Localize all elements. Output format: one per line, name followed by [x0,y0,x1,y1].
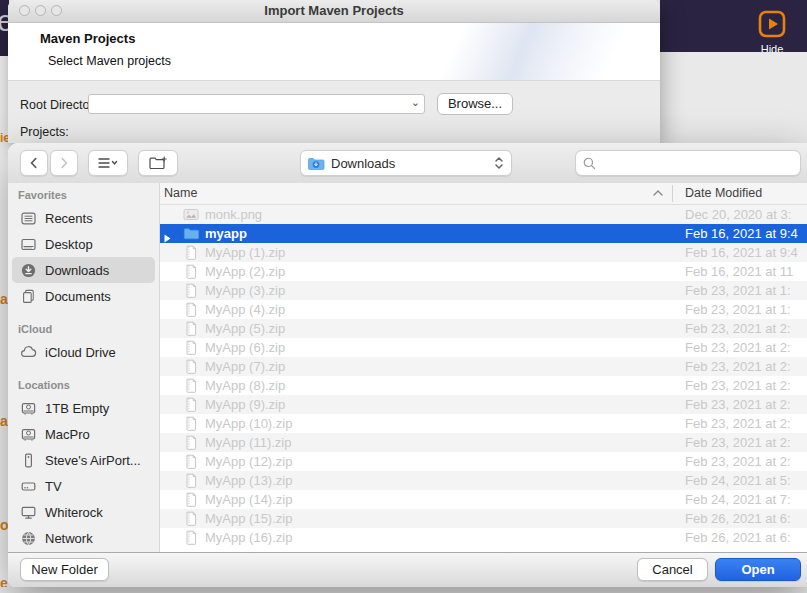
file-name: MyApp (14).zip [205,490,292,509]
file-date-modified: Feb 16, 2021 at 9:4 [685,224,807,243]
file-row-myapp[interactable]: myappFeb 16, 2021 at 9:4 [160,224,807,243]
file-date-modified: Feb 16, 2021 at 11 [685,262,807,281]
file-name: MyApp (10).zip [205,414,292,433]
file-name: myapp [205,224,247,243]
file-row-myapp-15-zip[interactable]: MyApp (15).zipFeb 26, 2021 at 6: [160,509,807,528]
disclosure-triangle-icon[interactable] [163,229,172,238]
sidebar-section-title: Locations [18,379,159,391]
open-button[interactable]: Open [715,558,801,581]
sidebar-item-icloud-drive[interactable]: iCloud Drive [12,339,155,365]
background-text-fragment: a [0,292,8,306]
new-folder-toolbar-button[interactable] [138,150,178,176]
zip-icon [183,359,199,374]
folder-icon [183,226,199,241]
sidebar-item-label: Documents [45,289,111,304]
hide-control[interactable]: Hide [749,10,795,55]
file-row-myapp-11-zip[interactable]: MyApp (11).zipFeb 23, 2021 at 2: [160,433,807,452]
file-row-myapp-14-zip[interactable]: MyApp (14).zipFeb 24, 2021 at 7: [160,490,807,509]
sidebar-item-macpro[interactable]: MacPro [12,421,155,447]
dialog-title: Import Maven Projects [8,0,660,22]
file-row-myapp-3-zip[interactable]: MyApp (3).zipFeb 23, 2021 at 1: [160,281,807,300]
sidebar-section-title: Favorites [18,189,159,201]
sidebar-item-1tb-empty[interactable]: 1TB Empty [12,395,155,421]
file-row-myapp-13-zip[interactable]: MyApp (13).zipFeb 24, 2021 at 5: [160,471,807,490]
picker-bottom-bar: New Folder Cancel Open [8,552,807,587]
background-app-dark-band: Hide [660,0,807,52]
zip-icon [183,416,199,431]
column-header-date-modified[interactable]: Date Modified [685,186,762,200]
sidebar-item-label: 1TB Empty [45,401,109,416]
background-bottom-sliver [0,587,807,593]
zip-icon [183,397,199,412]
sidebar-item-label: Whiterock [45,505,103,520]
file-date-modified: Feb 26, 2021 at 6: [685,528,807,547]
image-icon [183,207,199,222]
cancel-button[interactable]: Cancel [637,558,708,581]
file-open-dialog: Downloads FavoritesRecentsDesktopDownloa… [8,143,807,587]
sidebar-item-downloads[interactable]: Downloads [12,257,155,283]
file-row-myapp-9-zip[interactable]: MyApp (9).zipFeb 23, 2021 at 2: [160,395,807,414]
wizard-heading: Maven Projects [40,31,135,46]
file-row-myapp-4-zip[interactable]: MyApp (4).zipFeb 23, 2021 at 1: [160,300,807,319]
file-date-modified: Feb 24, 2021 at 7: [685,490,807,509]
column-header-name[interactable]: Name [164,186,197,200]
new-folder-button[interactable]: New Folder [20,558,109,581]
sidebar-item-whiterock[interactable]: Whiterock [12,499,155,525]
file-row-myapp-16-zip[interactable]: MyApp (16).zipFeb 26, 2021 at 6: [160,528,807,547]
zip-icon [183,511,199,526]
browse-button[interactable]: Browse... [437,93,513,115]
sort-ascending-icon [652,188,664,198]
sidebar-item-label: iCloud Drive [45,345,116,360]
root-directory-combobox[interactable]: ⌄ [88,94,425,114]
file-date-modified: Feb 23, 2021 at 2: [685,338,807,357]
file-row-myapp-12-zip[interactable]: MyApp (12).zipFeb 23, 2021 at 2: [160,452,807,471]
back-button[interactable] [20,150,48,176]
search-icon [582,156,597,171]
file-row-myapp-6-zip[interactable]: MyApp (6).zipFeb 23, 2021 at 2: [160,338,807,357]
sidebar-item-label: TV [45,479,62,494]
file-name: MyApp (4).zip [205,300,285,319]
column-divider[interactable] [672,185,673,202]
sidebar-item-network[interactable]: Network [12,525,155,551]
sidebar-item-steve-s-airport[interactable]: Steve's AirPort... [12,447,155,473]
zip-icon [183,302,199,317]
sidebar-item-label: Recents [45,211,93,226]
sidebar-item-label: MacPro [45,427,90,442]
location-dropdown[interactable]: Downloads [300,150,512,176]
search-input[interactable] [601,155,794,172]
file-date-modified: Feb 23, 2021 at 2: [685,357,807,376]
file-list: monk.pngDec 20, 2020 at 3:myappFeb 16, 2… [160,205,807,547]
file-row-myapp-1-zip[interactable]: MyApp (1).zipFeb 16, 2021 at 9:4 [160,243,807,262]
sidebar-item-documents[interactable]: Documents [12,283,155,309]
list-header: Name Date Modified [160,183,807,205]
view-options-button[interactable] [88,150,128,176]
file-row-monk-png[interactable]: monk.pngDec 20, 2020 at 3: [160,205,807,224]
appletv-icon [20,478,37,495]
file-row-myapp-7-zip[interactable]: MyApp (7).zipFeb 23, 2021 at 2: [160,357,807,376]
chevron-down-icon[interactable]: ⌄ [411,96,420,109]
file-list-panel: Name Date Modified monk.pngDec 20, 2020 … [160,183,807,553]
file-row-myapp-5-zip[interactable]: MyApp (5).zipFeb 23, 2021 at 2: [160,319,807,338]
sidebar-item-label: Network [45,531,93,546]
background-gray-area [660,52,807,143]
file-row-myapp-2-zip[interactable]: MyApp (2).zipFeb 16, 2021 at 11 [160,262,807,281]
sidebar-item-tv[interactable]: TV [12,473,155,499]
sidebar-item-desktop[interactable]: Desktop [12,231,155,257]
file-name: MyApp (3).zip [205,281,285,300]
file-date-modified: Feb 23, 2021 at 2: [685,395,807,414]
file-row-myapp-10-zip[interactable]: MyApp (10).zipFeb 23, 2021 at 2: [160,414,807,433]
zip-icon [183,378,199,393]
file-row-myapp-8-zip[interactable]: MyApp (8).zipFeb 23, 2021 at 2: [160,376,807,395]
search-field[interactable] [575,150,801,176]
file-date-modified: Feb 16, 2021 at 9:4 [685,243,807,262]
file-name: monk.png [205,205,262,224]
file-date-modified: Feb 23, 2021 at 1: [685,281,807,300]
zip-icon [183,492,199,507]
file-name: MyApp (8).zip [205,376,285,395]
sidebar-item-recents[interactable]: Recents [12,205,155,231]
file-date-modified: Dec 20, 2020 at 3: [685,205,807,224]
banner-gradient [370,23,660,80]
chevron-up-down-icon [493,155,505,171]
file-date-modified: Feb 23, 2021 at 2: [685,319,807,338]
forward-button[interactable] [50,150,78,176]
